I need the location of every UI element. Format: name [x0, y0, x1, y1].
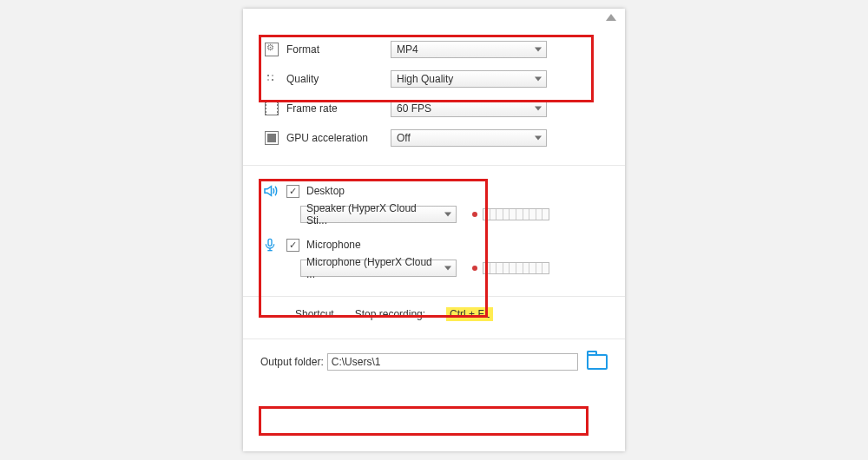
speaker-icon: [260, 183, 279, 199]
chevron-down-icon: [535, 136, 542, 141]
record-indicator-icon: [472, 212, 477, 217]
chevron-down-icon: [444, 213, 451, 217]
shortcut-label: Shortcut: [295, 308, 334, 320]
svg-rect-0: [268, 239, 272, 246]
quality-value: High Quality: [397, 73, 453, 85]
mic-audio-checkbox[interactable]: [286, 239, 299, 252]
quality-icon: [266, 73, 278, 85]
mic-audio-label: Microphone: [306, 239, 361, 251]
audio-section: Desktop Speaker (HyperX Cloud Sti... Mic…: [243, 166, 625, 297]
format-label: Format: [283, 43, 391, 56]
output-section: Output folder: C:\Users\1: [243, 339, 625, 371]
output-folder-combo[interactable]: C:\Users\1: [327, 353, 578, 371]
chevron-down-icon: [535, 107, 542, 111]
framerate-label: Frame rate: [283, 102, 391, 115]
framerate-dropdown[interactable]: 60 FPS: [391, 100, 547, 117]
framerate-icon: [265, 102, 279, 115]
chevron-down-icon: [535, 77, 542, 82]
video-section: Format MP4 Quality High Quality Frame ra…: [243, 26, 625, 166]
highlight-box: [259, 406, 589, 436]
chevron-up-icon: [606, 14, 616, 21]
gpu-label: GPU acceleration: [283, 132, 391, 144]
framerate-value: 60 FPS: [397, 102, 431, 115]
gpu-dropdown[interactable]: Off: [391, 129, 547, 147]
mic-level-meter: [483, 262, 549, 274]
gpu-value: Off: [397, 132, 411, 144]
settings-panel: Format MP4 Quality High Quality Frame ra…: [243, 9, 625, 451]
quality-dropdown[interactable]: High Quality: [391, 70, 547, 88]
shortcut-hotkey[interactable]: Ctrl + F1: [446, 307, 493, 321]
output-folder-value: C:\Users\1: [332, 356, 381, 368]
shortcut-row: Shortcut Stop recording: Ctrl + F1: [243, 297, 625, 339]
chevron-down-icon: [535, 48, 542, 52]
mic-device-value: Microphone (HyperX Cloud ...: [306, 256, 440, 280]
record-indicator-icon: [472, 266, 477, 271]
chevron-down-icon: [444, 266, 451, 271]
desktop-device-dropdown[interactable]: Speaker (HyperX Cloud Sti...: [300, 206, 457, 223]
format-value: MP4: [397, 43, 418, 56]
browse-folder-icon[interactable]: [587, 354, 608, 370]
gpu-icon: [265, 131, 279, 145]
output-folder-label: Output folder:: [260, 356, 324, 368]
desktop-audio-label: Desktop: [306, 185, 345, 197]
format-dropdown[interactable]: MP4: [391, 41, 547, 58]
shortcut-action-label: Stop recording:: [355, 308, 425, 320]
quality-label: Quality: [283, 73, 391, 85]
microphone-icon: [260, 237, 279, 253]
desktop-device-value: Speaker (HyperX Cloud Sti...: [306, 202, 440, 227]
collapse-bar[interactable]: [243, 9, 625, 26]
mic-device-dropdown[interactable]: Microphone (HyperX Cloud ...: [300, 260, 457, 277]
desktop-audio-checkbox[interactable]: [286, 185, 299, 198]
desktop-level-meter: [483, 208, 549, 220]
format-icon: [265, 43, 279, 56]
